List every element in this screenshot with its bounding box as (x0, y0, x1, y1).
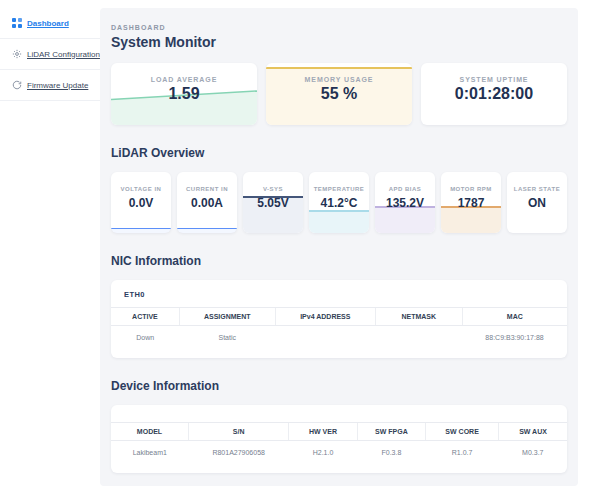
nic-col-ipv4: IPv4 ADDRESS (275, 308, 375, 326)
current-in-card: CURRENT IN 0.00A (177, 172, 237, 233)
system-monitor-cards: LOAD AVERAGE 1.59 MEMORY USAGE 55 % SYST… (111, 63, 567, 125)
metric-label: VOLTAGE IN (111, 186, 171, 192)
metric-label: TEMPERATURE (309, 186, 369, 192)
voltage-in-card: VOLTAGE IN 0.0V (111, 172, 171, 233)
device-card: MODEL S/N HW VER SW FPGA SW CORE SW AUX … (111, 405, 567, 473)
sidebar-item-label: Dashboard (27, 19, 69, 28)
device-table-row: Lakibeam1 R801A27906058 H2.1.0 F0.3.8 R1… (111, 441, 567, 466)
device-table: MODEL S/N HW VER SW FPGA SW CORE SW AUX … (111, 422, 567, 465)
stat-value: 1.59 (111, 85, 257, 103)
lidar-overview-cards: VOLTAGE IN 0.0V CURRENT IN 0.00A V-SYS 5… (111, 172, 567, 233)
metric-label: MOTOR RPM (441, 186, 501, 192)
breadcrumb: DASHBOARD (111, 24, 567, 31)
metric-value: ON (507, 196, 567, 210)
metric-label: LASER STATE (507, 186, 567, 192)
section-title-lidar-overview: LiDAR Overview (111, 146, 567, 160)
device-sn-value: R801A27906058 (189, 441, 289, 466)
system-uptime-card: SYSTEM UPTIME 0:01:28:00 (421, 63, 567, 125)
nic-col-active: ACTIVE (111, 308, 179, 326)
sidebar-item-dashboard[interactable]: Dashboard (0, 8, 100, 39)
nic-table-row: Down Static 88:C9:B3:90:17:88 (111, 326, 567, 351)
nic-assignment-value: Static (179, 326, 275, 351)
device-sw-core-value: R1.0.7 (426, 441, 499, 466)
device-col-sw-core: SW CORE (426, 423, 499, 441)
metric-value: 0.00A (177, 196, 237, 210)
load-average-card: LOAD AVERAGE 1.59 (111, 63, 257, 125)
nic-col-mac: MAC (462, 308, 567, 326)
gear-icon (12, 49, 22, 59)
memory-usage-line (266, 67, 412, 69)
device-model-value: Lakibeam1 (111, 441, 189, 466)
nic-active-value: Down (111, 326, 179, 351)
sidebar-item-firmware-update[interactable]: Firmware Update (0, 70, 100, 101)
sidebar-item-label: Firmware Update (27, 81, 88, 90)
device-hw-ver-value: H2.1.0 (289, 441, 357, 466)
page: Dashboard LiDAR Configuration Firmware U… (0, 0, 602, 500)
metric-label: APD BIAS (375, 186, 435, 192)
nic-card: ETH0 ACTIVE ASSIGNMENT IPv4 ADDRESS NETM… (111, 280, 567, 358)
device-col-model: MODEL (111, 423, 189, 441)
device-col-sw-fpga: SW FPGA (357, 423, 425, 441)
main-content: DASHBOARD System Monitor LOAD AVERAGE 1.… (100, 8, 578, 486)
stat-label: SYSTEM UPTIME (421, 76, 567, 83)
metric-value: 41.2°C (309, 196, 369, 210)
sidebar: Dashboard LiDAR Configuration Firmware U… (0, 8, 100, 101)
stat-label: MEMORY USAGE (266, 76, 412, 83)
sidebar-item-label: LiDAR Configuration (27, 50, 100, 59)
laser-state-card: LASER STATE ON (507, 172, 567, 233)
sidebar-item-lidar-configuration[interactable]: LiDAR Configuration (0, 39, 100, 70)
device-col-sn: S/N (189, 423, 289, 441)
nic-interface-name: ETH0 (111, 280, 567, 307)
metric-value: 135.2V (375, 196, 435, 210)
device-table-header-row: MODEL S/N HW VER SW FPGA SW CORE SW AUX (111, 423, 567, 441)
nic-col-assignment: ASSIGNMENT (179, 308, 275, 326)
v-sys-card: V-SYS 5.05V (243, 172, 303, 233)
device-col-hw-ver: HW VER (289, 423, 357, 441)
section-title-device-information: Device Information (111, 379, 567, 393)
metric-value: 0.0V (111, 196, 171, 210)
nic-col-netmask: NETMASK (375, 308, 462, 326)
nic-netmask-value (375, 326, 462, 351)
memory-usage-card: MEMORY USAGE 55 % (266, 63, 412, 125)
nic-ipv4-value (275, 326, 375, 351)
temperature-card: TEMPERATURE 41.2°C (309, 172, 369, 233)
firmware-refresh-icon (12, 80, 22, 90)
page-title: System Monitor (111, 34, 567, 50)
section-title-nic-information: NIC Information (111, 254, 567, 268)
metric-label: V-SYS (243, 186, 303, 192)
device-col-sw-aux: SW AUX (499, 423, 567, 441)
stat-value: 0:01:28:00 (421, 85, 567, 103)
device-sw-fpga-value: F0.3.8 (357, 441, 425, 466)
stat-label: LOAD AVERAGE (111, 76, 257, 83)
metric-label: CURRENT IN (177, 186, 237, 192)
nic-table: ACTIVE ASSIGNMENT IPv4 ADDRESS NETMASK M… (111, 307, 567, 350)
dashboard-grid-icon (12, 18, 22, 28)
nic-table-header-row: ACTIVE ASSIGNMENT IPv4 ADDRESS NETMASK M… (111, 308, 567, 326)
device-sw-aux-value: M0.3.7 (499, 441, 567, 466)
stat-value: 55 % (266, 85, 412, 103)
nic-mac-value: 88:C9:B3:90:17:88 (462, 326, 567, 351)
motor-rpm-card: MOTOR RPM 1787 (441, 172, 501, 233)
metric-value: 5.05V (243, 196, 303, 210)
apd-bias-card: APD BIAS 135.2V (375, 172, 435, 233)
metric-value: 1787 (441, 196, 501, 210)
